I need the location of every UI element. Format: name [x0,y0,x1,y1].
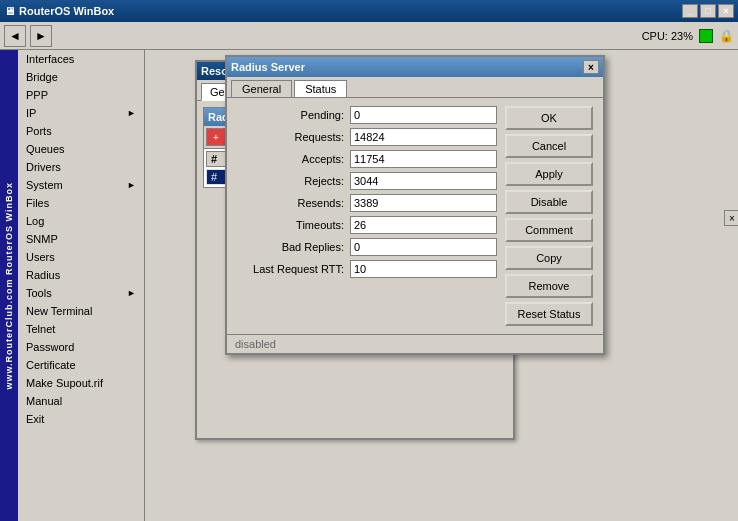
field-input-timeouts[interactable] [350,216,497,234]
copy-button[interactable]: Copy [505,246,593,270]
dialog-close-button[interactable]: × [583,60,599,74]
tab-status[interactable]: Status [294,80,347,97]
cpu-label: CPU: 23% [642,30,693,42]
field-row-accepts: Accepts: [235,150,497,168]
sidebar-item-make-supout[interactable]: Make Supout.rif [18,374,144,392]
field-row-bad-replies: Bad Replies: [235,238,497,256]
title-bar: 🖥 RouterOS WinBox _ □ × [0,0,738,22]
reset-status-button[interactable]: Reset Status [505,302,593,326]
dialog-body: Pending: Requests: Accepts: Rejects: [227,98,603,334]
field-label-requests: Requests: [235,131,350,143]
radius-dialog: Radius Server × General Status Pending: … [225,55,605,355]
ok-button[interactable]: OK [505,106,593,130]
sidebar-item-telnet[interactable]: Telnet [18,320,144,338]
field-input-resends[interactable] [350,194,497,212]
sidebar-item-new-terminal[interactable]: New Terminal [18,302,144,320]
field-label-rejects: Rejects: [235,175,350,187]
cancel-button[interactable]: Cancel [505,134,593,158]
title-bar-left: 🖥 RouterOS WinBox [4,5,114,17]
cpu-green-indicator [699,29,713,43]
sidebar-item-queues[interactable]: Queues [18,140,144,158]
sidebar-item-ppp[interactable]: PPP [18,86,144,104]
field-row-timeouts: Timeouts: [235,216,497,234]
arrow-icon: ► [127,108,136,118]
field-input-requests[interactable] [350,128,497,146]
dialog-tabs: General Status [227,77,603,98]
main-layout: www.RouterClub.com RouterOS WinBox Inter… [0,50,738,521]
dialog-title-bar: Radius Server × [227,57,603,77]
field-label-bad-replies: Bad Replies: [235,241,350,253]
disable-button[interactable]: Disable [505,190,593,214]
lock-icon: 🔒 [719,29,734,43]
app-icon: 🖥 [4,5,15,17]
field-row-last-rtt: Last Request RTT: [235,260,497,278]
field-row-pending: Pending: [235,106,497,124]
title-bar-controls[interactable]: _ □ × [682,4,734,18]
extra-close-button[interactable]: × [724,210,738,226]
field-label-timeouts: Timeouts: [235,219,350,231]
app-title: RouterOS WinBox [19,5,114,17]
close-button[interactable]: × [718,4,734,18]
minimize-button[interactable]: _ [682,4,698,18]
field-label-pending: Pending: [235,109,350,121]
tab-general[interactable]: General [231,80,292,97]
sidebar-item-manual[interactable]: Manual [18,392,144,410]
field-label-accepts: Accepts: [235,153,350,165]
field-input-last-rtt[interactable] [350,260,497,278]
sidebar-item-interfaces[interactable]: Interfaces [18,50,144,68]
dialog-title: Radius Server [231,61,305,73]
maximize-button[interactable]: □ [700,4,716,18]
sidebar-brand: www.RouterClub.com RouterOS WinBox [0,50,18,521]
field-input-pending[interactable] [350,106,497,124]
sidebar-item-log[interactable]: Log [18,212,144,230]
arrow-icon: ► [127,180,136,190]
forward-button[interactable]: ► [30,25,52,47]
sidebar-item-users[interactable]: Users [18,248,144,266]
apply-button[interactable]: Apply [505,162,593,186]
dialog-buttons: OK Cancel Apply Disable Comment Copy Rem… [505,106,595,326]
field-input-accepts[interactable] [350,150,497,168]
sidebar-item-bridge[interactable]: Bridge [18,68,144,86]
back-button[interactable]: ◄ [4,25,26,47]
sidebar-item-system[interactable]: System► [18,176,144,194]
field-row-resends: Resends: [235,194,497,212]
status-text: disabled [235,338,276,350]
dialog-fields: Pending: Requests: Accepts: Rejects: [235,106,497,326]
sidebar-item-drivers[interactable]: Drivers [18,158,144,176]
field-row-rejects: Rejects: [235,172,497,190]
field-input-rejects[interactable] [350,172,497,190]
sidebar-item-password[interactable]: Password [18,338,144,356]
toolbar: ◄ ► CPU: 23% 🔒 [0,22,738,50]
sidebar-brand-text: www.RouterClub.com RouterOS WinBox [4,182,14,390]
field-input-bad-replies[interactable] [350,238,497,256]
sidebar-item-certificate[interactable]: Certificate [18,356,144,374]
field-label-resends: Resends: [235,197,350,209]
arrow-icon: ► [127,288,136,298]
sidebar-item-tools[interactable]: Tools► [18,284,144,302]
sidebar-item-ip[interactable]: IP► [18,104,144,122]
sidebar-item-snmp[interactable]: SNMP [18,230,144,248]
sidebar: www.RouterClub.com RouterOS WinBox Inter… [0,50,145,521]
remove-button[interactable]: Remove [505,274,593,298]
dialog-status: disabled [227,334,603,353]
sidebar-items: Interfaces Bridge PPP IP► Ports Queues D… [18,50,144,428]
cpu-info: CPU: 23% 🔒 [642,29,734,43]
sidebar-item-exit[interactable]: Exit [18,410,144,428]
content-area: Resource General PCI Radius + − ✓ [145,50,738,521]
field-label-last-rtt: Last Request RTT: [235,263,350,275]
sidebar-item-ports[interactable]: Ports [18,122,144,140]
comment-button[interactable]: Comment [505,218,593,242]
add-radius-button[interactable]: + [206,128,226,146]
field-row-requests: Requests: [235,128,497,146]
sidebar-item-files[interactable]: Files [18,194,144,212]
sidebar-item-radius[interactable]: Radius [18,266,144,284]
